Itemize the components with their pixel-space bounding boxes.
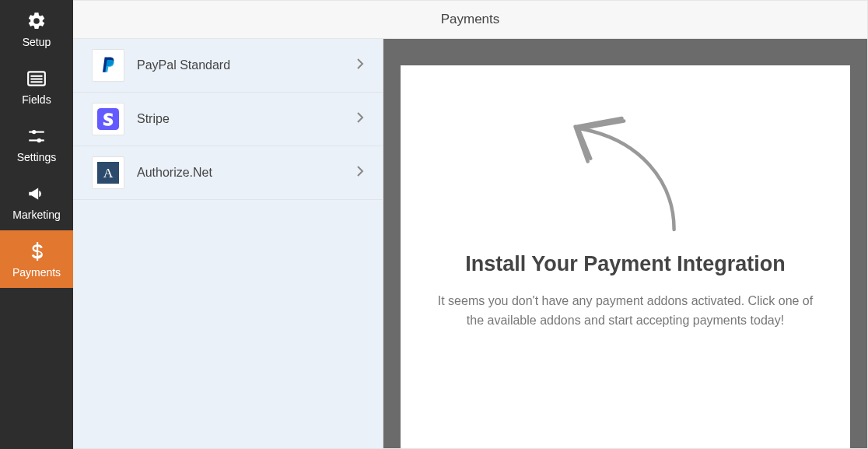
empty-state-card: Install Your Payment Integration It seem… bbox=[401, 65, 850, 448]
sliders-icon bbox=[26, 125, 47, 147]
providers-list: PayPal Standard Stripe A Authorize.Net bbox=[73, 39, 383, 448]
bullhorn-icon bbox=[26, 183, 47, 205]
chevron-right-icon bbox=[356, 166, 364, 180]
provider-row-stripe[interactable]: Stripe bbox=[73, 93, 383, 146]
provider-row-paypal[interactable]: PayPal Standard bbox=[73, 39, 383, 93]
svg-point-5 bbox=[32, 129, 36, 133]
dollar-icon bbox=[26, 240, 47, 262]
provider-row-authorize[interactable]: A Authorize.Net bbox=[73, 146, 383, 200]
sidebar-item-setup[interactable]: Setup bbox=[0, 0, 73, 58]
page-title: Payments bbox=[441, 12, 500, 27]
provider-name: PayPal Standard bbox=[137, 58, 344, 72]
authorize-net-icon: A bbox=[92, 156, 124, 189]
body: PayPal Standard Stripe A Authorize.Net bbox=[73, 39, 867, 448]
preview-panel: Install Your Payment Integration It seem… bbox=[383, 39, 867, 448]
chevron-right-icon bbox=[356, 112, 364, 126]
paypal-icon bbox=[92, 49, 124, 82]
sidebar-item-label: Payments bbox=[12, 266, 61, 279]
sidebar-item-label: Marketing bbox=[12, 209, 60, 221]
svg-point-7 bbox=[37, 138, 41, 142]
arrow-illustration-icon bbox=[555, 104, 695, 237]
empty-state-body: It seems you don't have any payment addo… bbox=[429, 292, 822, 331]
sidebar-item-marketing[interactable]: Marketing bbox=[0, 173, 73, 230]
sidebar-item-settings[interactable]: Settings bbox=[0, 115, 73, 173]
svg-text:A: A bbox=[103, 165, 114, 181]
sidebar-item-payments[interactable]: Payments bbox=[0, 230, 73, 288]
chevron-right-icon bbox=[356, 58, 364, 72]
provider-name: Stripe bbox=[137, 112, 344, 126]
gear-icon bbox=[26, 10, 47, 32]
list-icon bbox=[26, 68, 47, 89]
sidebar-item-fields[interactable]: Fields bbox=[0, 58, 73, 115]
main: Payments PayPal Standard Stripe bbox=[73, 0, 868, 449]
sidebar-item-label: Setup bbox=[23, 36, 51, 48]
provider-name: Authorize.Net bbox=[137, 166, 344, 180]
empty-state-heading: Install Your Payment Integration bbox=[465, 252, 786, 276]
sidebar: Setup Fields Settings Marketing Payments bbox=[0, 0, 73, 449]
sidebar-item-label: Settings bbox=[17, 151, 57, 163]
sidebar-item-label: Fields bbox=[22, 93, 51, 106]
page-header: Payments bbox=[73, 1, 867, 39]
stripe-icon bbox=[92, 103, 124, 135]
